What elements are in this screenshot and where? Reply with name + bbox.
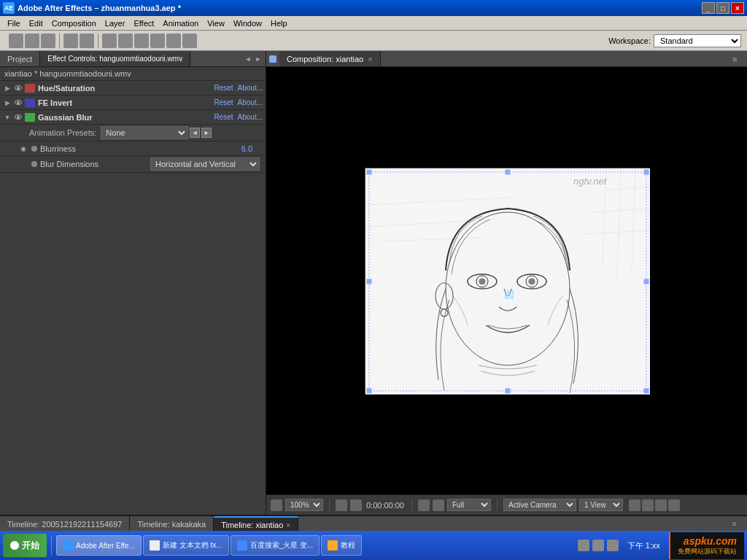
fe-invert-about[interactable]: About... [238, 98, 263, 106]
hue-sat-about[interactable]: About... [238, 84, 263, 92]
menu-edit[interactable]: Edit [25, 18, 47, 29]
toolbar-eraser-icon[interactable] [182, 34, 197, 48]
comp-view-select[interactable]: 1 View [579, 499, 623, 511]
comp-tb-guides-icon[interactable] [642, 499, 654, 511]
comp-tb-sep3 [497, 499, 498, 511]
gaussian-blur-reset[interactable]: Reset [214, 113, 233, 121]
comp-viewer: ngtv.net [266, 67, 747, 494]
hue-sat-eye[interactable] [13, 83, 23, 93]
tl-panel-menu[interactable]: ≡ [732, 520, 741, 529]
tray-icon-3 [607, 540, 619, 551]
menu-animation[interactable]: Animation [158, 18, 203, 29]
toolbar-hand-icon[interactable] [25, 34, 39, 48]
svg-point-16 [529, 279, 535, 284]
menubar: File Edit Composition Layer Effect Anima… [0, 16, 747, 31]
preset-next-btn[interactable]: ► [201, 128, 212, 138]
gaussian-blur-expand[interactable]: ▼ [3, 113, 12, 122]
effect-controls-content: xiantiao * hanguommtiaodouni.wmv ▶ Hue/S… [0, 67, 266, 515]
tl-tab-kakakaka[interactable]: Timeline: kakakaka [130, 516, 214, 532]
comp-tb-safe-icon[interactable] [655, 499, 667, 511]
comp-tab-close[interactable]: × [368, 55, 372, 63]
toolbar-brush-icon[interactable] [150, 34, 165, 48]
animation-presets-row: Animation Presets: None ◄ ► [0, 125, 266, 141]
fe-invert-expand[interactable]: ▶ [3, 98, 12, 107]
taskbar-folder-icon [328, 540, 338, 551]
comp-tb-region-icon[interactable] [271, 499, 282, 511]
taskbar-item-textdoc[interactable]: 新建 文本文档 tx... [143, 535, 229, 556]
fe-invert-reset[interactable]: Reset [214, 98, 233, 106]
menu-view[interactable]: View [203, 18, 229, 29]
toolbar-rect-icon[interactable] [102, 34, 117, 48]
toolbar-text-icon[interactable] [134, 34, 149, 48]
start-button[interactable]: 开始 [3, 534, 47, 557]
menu-file[interactable]: File [3, 18, 25, 29]
tab-effect-controls[interactable]: Effect Controls: hanguommtiaodouni.wmv [40, 51, 190, 66]
hue-sat-expand[interactable]: ▶ [3, 84, 12, 93]
comp-tb-nav-icon[interactable] [336, 499, 347, 511]
comp-resolution-select[interactable]: Full Half Quarter [447, 499, 491, 511]
comp-tab-xiantiao[interactable]: Composition: xiantiao × [279, 51, 381, 66]
comp-tb-snapshot-icon[interactable] [418, 499, 430, 511]
tl-tab-xiantiao[interactable]: Timeline: xiantiao × [214, 516, 298, 532]
tray-icon-2 [592, 540, 604, 551]
comp-tb-render-icon[interactable] [668, 499, 680, 511]
gaussian-blur-eye[interactable] [13, 112, 23, 122]
main-area: Project Effect Controls: hanguommtiaodou… [0, 51, 747, 515]
workspace-select[interactable]: Standard [654, 34, 741, 47]
titlebar-left: AE Adobe After Effects – zhuanmanhua3.ae… [3, 2, 181, 14]
toolbar-stamp-icon[interactable] [166, 34, 181, 48]
titlebar-icons[interactable]: _ □ × [702, 2, 744, 14]
menu-composition[interactable]: Composition [47, 18, 101, 29]
blur-dim-bullet [31, 161, 37, 167]
taskbar-item-ae[interactable]: Adobe After Effe... [56, 535, 142, 556]
taskbar: 开始 Adobe After Effe... 新建 文本文档 tx... 百度搜… [0, 531, 747, 560]
blurriness-value[interactable]: 6.0 [241, 144, 252, 153]
panel-tabs: Project Effect Controls: hanguommtiaodou… [0, 51, 266, 67]
panel-arrow-right[interactable]: ► [254, 55, 263, 63]
tl-tab-200512[interactable]: Timeline: 200512192211154697 [0, 516, 130, 532]
taskbar-item-baidu[interactable]: 百度搜索_火星 变... [231, 535, 320, 556]
close-button[interactable]: × [731, 2, 744, 14]
gaussian-blur-icon [25, 113, 35, 122]
taskbar-textdoc-label: 新建 文本文档 tx... [163, 540, 222, 551]
toolbar-camera-icon[interactable] [80, 34, 94, 48]
comp-image: ngtv.net [365, 168, 650, 394]
comp-camera-select[interactable]: Active Camera [503, 499, 576, 511]
blur-dim-select[interactable]: Horizontal and Vertical Horizontal Verti… [150, 158, 260, 171]
minimize-button[interactable]: _ [702, 2, 715, 14]
taskbar-ae-icon [63, 540, 73, 551]
comp-tab-label: Composition: xiantiao [287, 55, 363, 63]
aspku-tagline: 免费网站源码下载站 [678, 547, 737, 556]
blurriness-stopwatch[interactable]: ◉ [20, 144, 29, 153]
fe-invert-icon [25, 98, 35, 107]
blurriness-bullet [31, 146, 37, 152]
taskbar-item-jiaocheng[interactable]: 教程 [321, 535, 362, 556]
blur-dim-label: Blur Dimensions [40, 160, 150, 168]
tl-tab-xiantiao-close[interactable]: × [286, 521, 290, 529]
taskbar-right: 下午 1:xx aspku.com 免费网站源码下载站 [578, 532, 744, 559]
comp-zoom-select[interactable]: 100% 50% 200% [285, 499, 323, 511]
toolbar-sep2 [98, 34, 98, 48]
gaussian-blur-about[interactable]: About... [238, 113, 263, 121]
menu-help[interactable]: Help [266, 18, 292, 29]
aspku-brand: aspku.com [684, 535, 737, 547]
animation-presets-select[interactable]: None [101, 126, 188, 139]
comp-tb-nav2-icon[interactable] [350, 499, 362, 511]
toolbar-zoom-icon[interactable] [41, 34, 55, 48]
menu-window[interactable]: Window [229, 18, 266, 29]
toolbar-rotation-icon[interactable] [63, 34, 78, 48]
toolbar-select-icon[interactable] [9, 34, 23, 48]
right-panel: Composition: xiantiao × ≡ [266, 51, 747, 515]
tab-project[interactable]: Project [0, 51, 40, 66]
hue-sat-reset[interactable]: Reset [214, 84, 233, 92]
fe-invert-eye[interactable] [13, 98, 23, 108]
preset-prev-btn[interactable]: ◄ [190, 128, 200, 138]
menu-effect[interactable]: Effect [129, 18, 158, 29]
comp-tb-grid-icon[interactable] [629, 499, 640, 511]
toolbar-pen-icon[interactable] [118, 34, 133, 48]
comp-panel-menu[interactable]: ≡ [732, 55, 741, 63]
panel-arrow-left[interactable]: ◄ [244, 55, 252, 63]
menu-layer[interactable]: Layer [101, 18, 130, 29]
comp-tb-showsnapshot-icon[interactable] [433, 499, 444, 511]
maximize-button[interactable]: □ [716, 2, 729, 14]
